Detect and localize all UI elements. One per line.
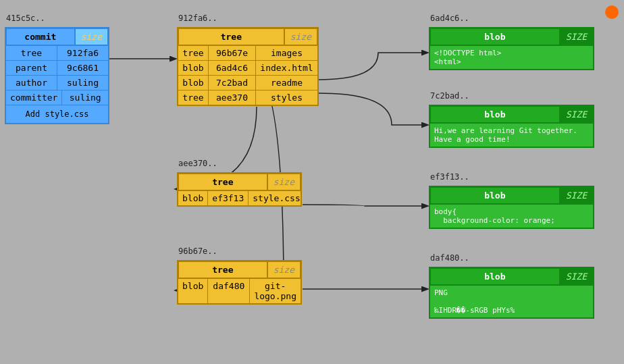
tree-aee-title-row: tree size (178, 174, 301, 190)
tree-912-r2-c1: blob (178, 76, 209, 90)
tree-aee-size-label: size (267, 174, 301, 190)
commit-row-committer-col1: committer (6, 90, 62, 105)
tree-aee-hash: aee370.. (178, 159, 217, 168)
commit-size-label: size (75, 28, 108, 45)
commit-title-row: commit size (6, 28, 108, 45)
tree-aee-title: tree (178, 174, 267, 190)
tree-96b-title-row: tree size (178, 261, 301, 278)
blob-7c2-hash: 7c2bad.. (430, 91, 469, 101)
blob-6ad-title-row: blob SIZE (430, 28, 593, 45)
tree-912-r2-c3: readme (256, 76, 317, 90)
blob-ef3-hash: ef3f13.. (430, 172, 469, 182)
tree-96b-title: tree (178, 261, 267, 278)
blob-7c2-title-row: blob SIZE (430, 106, 593, 123)
commit-row-author-col1: author (6, 76, 57, 90)
blob-daf-title: blob (430, 268, 560, 285)
tree-96b-box: 96b67e.. tree size blob daf480 git-logo.… (177, 260, 302, 305)
blob-daf-box: daf480.. blob SIZE PNG‰IHDR��-sRGB pHYs% (429, 267, 594, 319)
tree-aee-r0-c1: blob (178, 191, 208, 205)
tree-912-row-1: blob 6ad4c6 index.html (178, 60, 317, 75)
blob-6ad-box: 6ad4c6.. blob SIZE <!DOCTYPE html><html> (429, 27, 594, 70)
blob-6ad-content: <!DOCTYPE html><html> (430, 45, 593, 69)
blob-ef3-title-row: blob SIZE (430, 187, 593, 204)
commit-row-parent-col1: parent (6, 61, 57, 75)
blob-7c2-title: blob (430, 106, 560, 123)
tree-96b-r0-c1: blob (178, 279, 208, 303)
tree-912-title-row: tree size (178, 28, 317, 45)
commit-row-author: author suling (6, 75, 108, 90)
commit-row-tree: tree 912fa6 (6, 45, 108, 60)
commit-row-author-col2: suling (57, 76, 108, 90)
tree-aee-r0-c3: style.css (249, 191, 304, 205)
blob-7c2-box: 7c2bad.. blob SIZE Hi,we are learning Gi… (429, 105, 594, 148)
tree-912-r2-c2: 7c2bad (209, 76, 256, 90)
tree-912-r3-c3: styles (256, 90, 317, 105)
commit-title: commit (6, 28, 75, 45)
tree-aee-row-0: blob ef3f13 style.css (178, 190, 301, 205)
tree-912-r1-c2: 6ad4c6 (209, 61, 256, 75)
tree-912-r1-c3: index.html (256, 61, 317, 75)
blob-ef3-title: blob (430, 187, 560, 204)
blob-daf-size-label: SIZE (560, 268, 593, 285)
blob-daf-title-row: blob SIZE (430, 268, 593, 285)
blob-6ad-size-label: SIZE (560, 28, 593, 45)
commit-row-parent: parent 9c6861 (6, 60, 108, 75)
blob-6ad-title: blob (430, 28, 560, 45)
tree-aee-r0-c2: ef3f13 (208, 191, 249, 205)
blob-ef3-box: ef3f13.. blob SIZE body{ background-colo… (429, 186, 594, 229)
tree-912-r3-c2: aee370 (209, 90, 256, 105)
tree-912-box: 912fa6.. tree size tree 96b67e images bl… (177, 27, 319, 106)
blob-6ad-hash: 6ad4c6.. (430, 14, 469, 23)
tree-96b-row-0: blob daf480 git-logo.png (178, 278, 301, 303)
commit-row-committer: committer suling (6, 90, 108, 105)
commit-row-tree-col2: 912fa6 (57, 46, 108, 60)
tree-912-hash: 912fa6.. (178, 14, 217, 23)
orange-dot (605, 5, 619, 19)
blob-ef3-content: body{ background-color: orange; (430, 204, 593, 228)
tree-aee-box: aee370.. tree size blob ef3f13 style.css (177, 172, 302, 207)
tree-912-r0-c2: 96b67e (209, 46, 256, 60)
tree-912-row-3: tree aee370 styles (178, 90, 317, 105)
tree-912-r0-c1: tree (178, 46, 209, 60)
tree-96b-r0-c2: daf480 (208, 279, 250, 303)
commit-row-parent-col2: 9c6861 (57, 61, 108, 75)
commit-row-tree-col1: tree (6, 46, 57, 60)
blob-7c2-content: Hi,we are learning Git together.Have a g… (430, 123, 593, 147)
diagram-container: 415c5c.. commit size tree 912fa6 parent … (0, 0, 624, 364)
commit-row-committer-col2: suling (62, 90, 108, 105)
tree-912-row-2: blob 7c2bad readme (178, 75, 317, 90)
tree-96b-size-label: size (267, 261, 301, 278)
tree-96b-r0-c3: git-logo.png (250, 279, 301, 303)
tree-96b-hash: 96b67e.. (178, 246, 217, 256)
blob-ef3-size-label: SIZE (560, 187, 593, 204)
commit-hash: 415c5c.. (6, 14, 45, 23)
tree-912-size-label: size (284, 28, 317, 45)
blob-daf-content: PNG‰IHDR��-sRGB pHYs% (430, 285, 593, 317)
tree-912-r3-c1: tree (178, 90, 209, 105)
tree-912-title: tree (178, 28, 284, 45)
tree-912-row-0: tree 96b67e images (178, 45, 317, 60)
tree-912-r0-c3: images (256, 46, 317, 60)
blob-7c2-size-label: SIZE (560, 106, 593, 123)
tree-912-r1-c1: blob (178, 61, 209, 75)
commit-box: 415c5c.. commit size tree 912fa6 parent … (5, 27, 109, 124)
blob-daf-hash: daf480.. (430, 253, 469, 263)
commit-message: Add style.css (6, 105, 108, 123)
